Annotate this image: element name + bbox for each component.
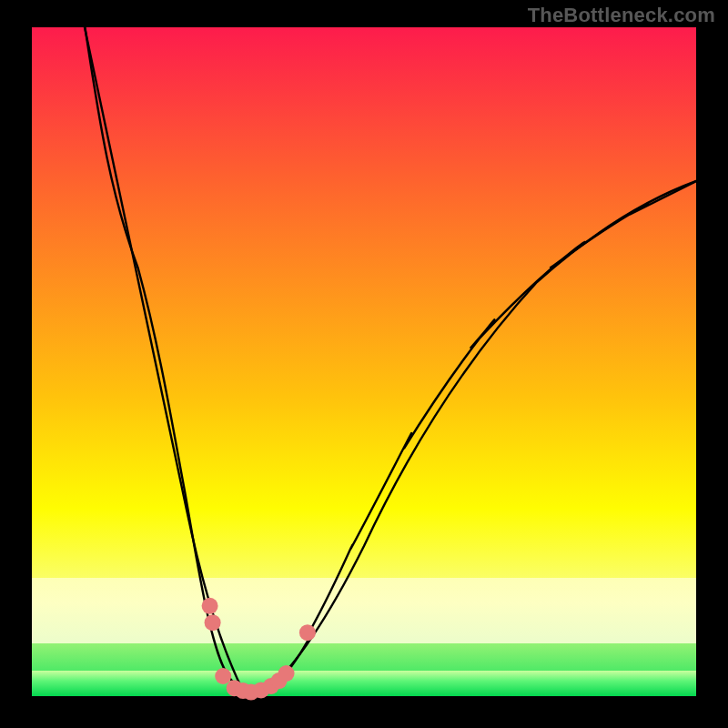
dot: [205, 614, 221, 631]
chart-svg: [0, 0, 728, 728]
dot: [215, 668, 231, 684]
dot: [299, 624, 316, 641]
plot-area: [32, 27, 696, 696]
pale-band: [32, 578, 696, 643]
dot: [202, 598, 218, 614]
watermark-label: TheBottleneck.com: [528, 4, 715, 27]
green-band: [32, 671, 696, 696]
chart-stage: TheBottleneck.com: [0, 0, 728, 728]
dot: [278, 665, 295, 682]
